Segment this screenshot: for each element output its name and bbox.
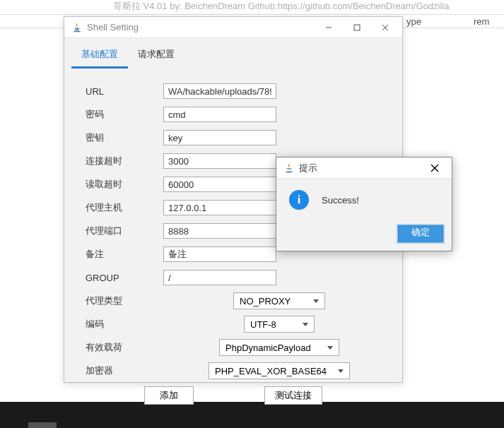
ok-button[interactable]: 确定 xyxy=(398,225,443,242)
col-header: rem xyxy=(474,16,489,27)
col-header: ype xyxy=(406,16,421,27)
dialog-title: 提示 xyxy=(299,162,421,174)
add-button[interactable]: 添加 xyxy=(144,386,194,405)
label-proxy-host: 代理主机 xyxy=(71,201,163,214)
dialog-close-button[interactable] xyxy=(421,158,449,178)
chevron-down-icon xyxy=(303,323,308,326)
svg-rect-1 xyxy=(354,25,360,30)
label-proxy-type: 代理类型 xyxy=(71,295,163,307)
label-read-timeout: 读取超时 xyxy=(71,178,163,191)
minimize-button[interactable] xyxy=(315,18,343,37)
select-value: UTF-8 xyxy=(250,319,276,330)
tab-bar: 基础配置 请求配置 xyxy=(64,38,402,69)
label-encryptor: 加密器 xyxy=(71,364,163,377)
label-conn-timeout: 连接超时 xyxy=(71,155,163,167)
label-url: URL xyxy=(71,86,163,97)
label-encoding: 编码 xyxy=(71,318,163,331)
parent-app-header: 哥斯拉 V4.01 by: BeichenDream Github:https:… xyxy=(0,0,504,11)
tab-basic-config[interactable]: 基础配置 xyxy=(71,42,128,69)
chevron-down-icon xyxy=(327,346,333,350)
note-field[interactable] xyxy=(163,246,276,262)
payload-select[interactable]: PhpDynamicPayload xyxy=(219,339,339,356)
read-timeout-field[interactable] xyxy=(163,177,276,192)
label-proxy-port: 代理端口 xyxy=(71,225,163,237)
label-group: GROUP xyxy=(71,273,163,283)
java-icon xyxy=(71,22,83,33)
dialog-message: Success! xyxy=(322,195,359,206)
label-key: 密钥 xyxy=(71,131,163,144)
java-icon xyxy=(283,162,295,174)
footer-stub xyxy=(28,422,57,428)
label-payload: 有效载荷 xyxy=(71,341,163,354)
prompt-dialog: 提示 i Success! 确定 xyxy=(276,157,452,251)
password-field[interactable] xyxy=(163,107,276,122)
info-icon: i xyxy=(289,190,309,210)
proxy-port-field[interactable] xyxy=(163,223,276,239)
group-field[interactable] xyxy=(163,270,276,285)
maximize-button[interactable] xyxy=(343,18,371,37)
test-connection-button[interactable]: 测试连接 xyxy=(264,386,322,405)
select-value: NO_PROXY xyxy=(240,296,291,307)
label-password: 密码 xyxy=(71,108,163,121)
key-field[interactable] xyxy=(163,130,276,145)
dialog-titlebar[interactable]: 提示 xyxy=(276,157,452,179)
conn-timeout-field[interactable] xyxy=(163,153,276,169)
encryptor-select[interactable]: PHP_EVAL_XOR_BASE64 xyxy=(209,362,350,379)
encoding-select[interactable]: UTF-8 xyxy=(244,316,315,333)
window-titlebar[interactable]: Shell Setting xyxy=(64,17,402,38)
tab-request-config[interactable]: 请求配置 xyxy=(128,42,184,69)
select-value: PHP_EVAL_XOR_BASE64 xyxy=(215,366,327,376)
chevron-down-icon xyxy=(313,299,319,303)
url-field[interactable] xyxy=(163,83,276,99)
window-title: Shell Setting xyxy=(87,22,315,32)
proxy-type-select[interactable]: NO_PROXY xyxy=(233,292,325,309)
proxy-host-field[interactable] xyxy=(163,200,276,215)
close-button[interactable] xyxy=(371,18,399,37)
select-value: PhpDynamicPayload xyxy=(225,343,311,353)
label-note: 备注 xyxy=(71,248,163,261)
chevron-down-icon xyxy=(338,369,344,373)
